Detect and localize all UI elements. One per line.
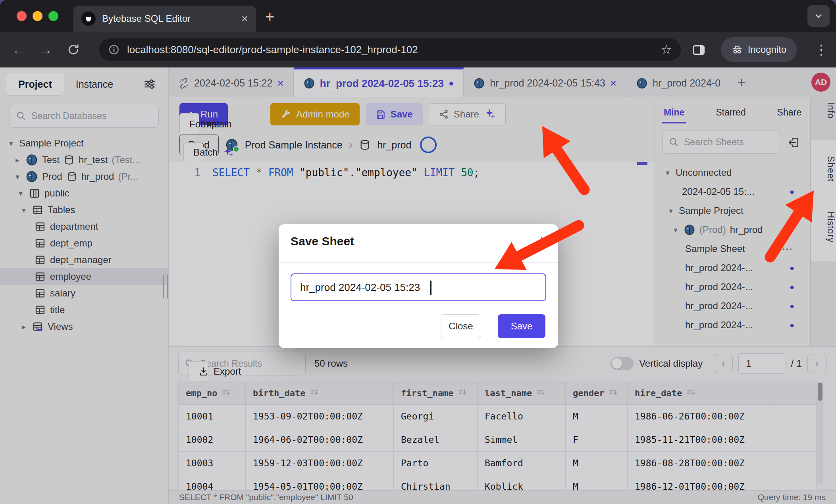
sheet-connection-prod-hr_prod[interactable]: ▾ (Prod) hr_prod xyxy=(655,220,810,239)
sidebar-resize-handle[interactable] xyxy=(163,275,168,298)
site-info-icon[interactable] xyxy=(108,44,120,56)
table-row[interactable]: 100021964-06-02T00:00:00ZBezalelSimmelF1… xyxy=(179,428,817,452)
reload-button[interactable] xyxy=(67,43,80,56)
sheet-item[interactable]: 2024-02-05 15:... ● xyxy=(655,182,810,201)
sheet-name-input[interactable] xyxy=(291,273,546,301)
sheet-item[interactable]: hr_prod 2024-...● xyxy=(655,258,810,277)
help-circle-icon[interactable] xyxy=(420,137,437,153)
tree-item-table-department[interactable]: department xyxy=(0,218,168,235)
sort-icon[interactable] xyxy=(608,388,618,398)
table-row[interactable]: 100011953-09-02T00:00:00ZGeorgiFacelloM1… xyxy=(179,405,817,428)
dialog-close-icon[interactable]: × xyxy=(540,233,548,246)
sheet-group-unconnected[interactable]: ▾ Unconnected xyxy=(655,163,810,182)
tree-item-table-title[interactable]: title xyxy=(0,302,168,318)
tab-close-icon[interactable]: × xyxy=(241,13,248,25)
sheet-item[interactable]: hr_prod 2024-...● xyxy=(655,277,810,296)
window-close-button[interactable] xyxy=(17,11,27,21)
caret-down-icon[interactable]: ▾ xyxy=(664,168,672,177)
window-zoom-button[interactable] xyxy=(48,11,58,21)
column-header-first_name[interactable]: first_name xyxy=(394,381,478,405)
sort-icon[interactable] xyxy=(309,388,320,398)
window-minimize-button[interactable] xyxy=(33,11,42,21)
close-tab-icon[interactable]: × xyxy=(610,78,616,89)
sheet-search-input[interactable]: Search Sheets xyxy=(662,131,780,154)
sheet-item-sample-sheet[interactable]: Sample Sheet ⋯ xyxy=(655,239,810,258)
caret-down-icon[interactable]: ▾ xyxy=(667,206,675,215)
tree-item-sample-project[interactable]: ▾ Sample Project xyxy=(0,135,168,152)
caret-down-icon[interactable]: ▾ xyxy=(13,172,21,181)
import-sheet-icon[interactable] xyxy=(787,136,800,149)
tree-item-views[interactable]: ▸ Views xyxy=(0,318,168,335)
tab-mine[interactable]: Mine xyxy=(664,107,684,118)
close-tab-icon[interactable]: × xyxy=(277,78,283,89)
browser-menu-icon[interactable]: ⋮ xyxy=(815,42,828,58)
editor-tab-1543[interactable]: hr_prod 2024-02-05 15:43 × xyxy=(464,67,626,97)
sheet-item[interactable]: hr_prod 2024-...● xyxy=(655,315,810,335)
table-scrollbar[interactable] xyxy=(817,382,823,485)
sheet-item[interactable]: hr_prod 2024-...● xyxy=(655,296,810,315)
share-button[interactable]: Share xyxy=(429,103,506,125)
sort-icon[interactable] xyxy=(686,388,696,398)
page-number-input[interactable] xyxy=(738,353,786,374)
table-row[interactable]: 100031959-12-03T00:00:00ZPartoBamfordM19… xyxy=(179,452,817,475)
sort-icon[interactable] xyxy=(457,388,468,398)
table-row[interactable]: 100041954-05-01T00:00:00ZChirstianKoblic… xyxy=(179,475,817,491)
dialog-save-button[interactable]: Save xyxy=(498,314,545,338)
vertical-display-toggle[interactable] xyxy=(611,357,634,370)
save-sheet-button[interactable]: Save xyxy=(366,103,423,125)
forward-button[interactable]: → xyxy=(39,42,52,58)
breadcrumb-database[interactable]: hr_prod xyxy=(377,139,411,151)
caret-right-icon[interactable]: ▸ xyxy=(13,156,21,165)
tab-share[interactable]: Share xyxy=(777,107,801,118)
column-header-gender[interactable]: gender xyxy=(566,381,628,405)
address-bar[interactable]: localhost:8080/sql-editor/prod-sample-in… xyxy=(99,38,681,61)
tab-search-chevron-button[interactable] xyxy=(807,5,830,27)
database-search-input[interactable]: Search Databases xyxy=(10,104,159,128)
sort-icon[interactable] xyxy=(221,388,231,398)
browser-tab[interactable]: Bytebase SQL Editor × xyxy=(73,6,256,32)
caret-down-icon[interactable]: ▾ xyxy=(17,189,25,198)
rail-tab-sheet[interactable]: Sheet xyxy=(811,156,836,182)
scrollbar-thumb[interactable] xyxy=(818,383,823,401)
sheet-group-sample-project[interactable]: ▾ Sample Project xyxy=(655,201,810,220)
tree-item-table-employee[interactable]: employee xyxy=(0,268,168,285)
back-button[interactable]: ← xyxy=(12,42,25,58)
bookmark-star-icon[interactable]: ☆ xyxy=(661,42,672,57)
caret-down-icon[interactable]: ▾ xyxy=(20,206,28,215)
tab-instance[interactable]: Instance xyxy=(76,79,114,90)
column-header-last_name[interactable]: last_name xyxy=(478,381,566,405)
tree-item-tables[interactable]: ▾ Tables xyxy=(0,202,168,218)
editor-tab-unconnected[interactable]: 2024-02-05 15:22 × xyxy=(169,67,294,97)
tree-item-table-dept_manager[interactable]: dept_manager xyxy=(0,252,168,268)
rail-tab-history[interactable]: History xyxy=(811,212,836,243)
breadcrumb-instance[interactable]: Prod Sample Instance xyxy=(245,139,343,151)
column-header-emp_no[interactable]: emp_no xyxy=(179,381,246,405)
add-editor-tab-button[interactable]: + xyxy=(730,75,753,90)
tree-item-schema-public[interactable]: ▾ public xyxy=(0,185,168,202)
column-header-birth_date[interactable]: birth_date xyxy=(246,381,394,405)
rail-tab-info[interactable]: Info xyxy=(811,102,836,119)
tab-project[interactable]: Project xyxy=(6,73,64,95)
filter-settings-icon[interactable] xyxy=(143,77,156,91)
sheet-menu-icon[interactable]: ⋯ xyxy=(782,242,794,256)
tab-starred[interactable]: Starred xyxy=(716,107,745,118)
next-page-button[interactable]: › xyxy=(807,354,826,373)
caret-down-icon[interactable]: ▾ xyxy=(7,139,15,148)
caret-right-icon[interactable]: ▸ xyxy=(20,322,28,331)
user-avatar[interactable]: AD xyxy=(811,73,830,92)
batch-button[interactable]: Batch xyxy=(183,142,203,162)
caret-down-icon[interactable]: ▾ xyxy=(672,225,680,235)
export-button[interactable]: Export xyxy=(189,361,208,382)
new-tab-button[interactable]: + xyxy=(265,9,274,25)
admin-mode-button[interactable]: Admin mode xyxy=(270,103,360,125)
editor-tab-truncated[interactable]: hr_prod 2024-0 xyxy=(626,67,730,97)
sort-icon[interactable] xyxy=(536,388,546,398)
prev-page-button[interactable]: ‹ xyxy=(714,354,733,373)
side-panel-icon[interactable] xyxy=(692,43,706,57)
tree-item-test-hr_test[interactable]: ▸ Test hr_test (Test... xyxy=(0,152,168,168)
editor-tab-active[interactable]: hr_prod 2024-02-05 15:23 ● xyxy=(294,67,464,97)
tree-item-table-dept_emp[interactable]: dept_emp xyxy=(0,235,168,252)
tree-item-prod-hr_prod[interactable]: ▾ Prod hr_prod (Pr... xyxy=(0,168,168,185)
dialog-close-button[interactable]: Close xyxy=(441,314,481,338)
column-header-hire_date[interactable]: hire_date xyxy=(628,381,776,405)
